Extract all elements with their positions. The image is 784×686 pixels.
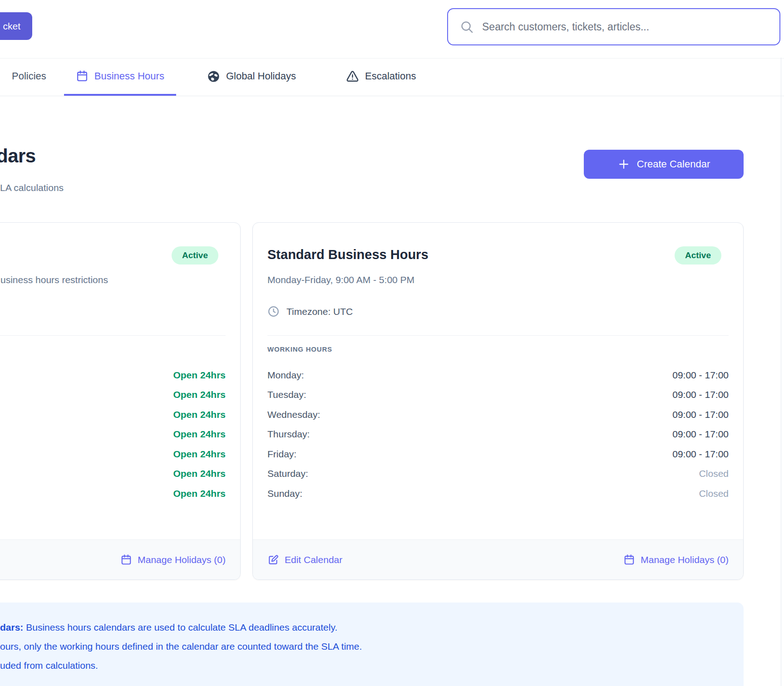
working-hours-row: Open 24hrs bbox=[0, 405, 226, 425]
working-hours-row: Open 24hrs bbox=[0, 464, 226, 484]
global-search[interactable] bbox=[447, 8, 780, 45]
manage-holidays-label: Manage Holidays (0) bbox=[138, 554, 226, 565]
info-line-2: ours, only the working hours defined in … bbox=[0, 637, 729, 656]
card-divider bbox=[267, 335, 729, 336]
tab-policies[interactable]: Policies bbox=[0, 59, 58, 96]
card-divider bbox=[0, 335, 226, 336]
create-calendar-button[interactable]: Create Calendar bbox=[584, 150, 744, 179]
edit-calendar-label: Edit Calendar bbox=[285, 554, 342, 565]
tab-policies-label: Policies bbox=[12, 70, 46, 82]
card-footer: Manage Holidays (0) bbox=[0, 539, 240, 579]
card-footer: Edit Calendar Manage Holidays (0) bbox=[253, 539, 743, 579]
edit-icon bbox=[267, 554, 279, 566]
tab-escalations-label: Escalations bbox=[365, 70, 416, 82]
working-hours-heading: WORKING HOURS bbox=[267, 345, 332, 353]
sla-settings-page: cket Policies Bu bbox=[0, 0, 784, 686]
manage-holidays-link[interactable]: Manage Holidays (0) bbox=[120, 554, 226, 566]
working-hours-row: Sunday: Closed bbox=[267, 484, 729, 504]
calendar-name: Standard Business Hours bbox=[267, 247, 429, 262]
alert-triangle-icon bbox=[346, 70, 359, 83]
calendar-description: Monday-Friday, 9:00 AM - 5:00 PM bbox=[267, 274, 414, 285]
tab-business-hours-label: Business Hours bbox=[94, 70, 164, 82]
working-hours-row: Saturday: Closed bbox=[267, 464, 729, 484]
manage-holidays-link[interactable]: Manage Holidays (0) bbox=[623, 554, 729, 566]
new-ticket-button[interactable]: cket bbox=[0, 12, 32, 40]
working-hours-row: Open 24hrs bbox=[0, 385, 226, 405]
timezone-row: Timezone: UTC bbox=[267, 305, 353, 318]
info-line-1: dars: Business hours calendars are used … bbox=[0, 618, 729, 637]
top-bar: cket bbox=[0, 0, 784, 58]
timezone-label: Timezone: UTC bbox=[286, 306, 353, 317]
calendar-icon bbox=[76, 70, 89, 83]
tab-global-holidays-label: Global Holidays bbox=[226, 70, 296, 82]
clock-icon bbox=[267, 305, 280, 318]
working-hours-row: Monday: 09:00 - 17:00 bbox=[267, 365, 729, 385]
search-icon bbox=[460, 20, 474, 34]
globe-icon bbox=[207, 70, 220, 83]
working-hours-list: Monday: 09:00 - 17:00 Tuesday: 09:00 - 1… bbox=[267, 365, 729, 504]
working-hours-row: Open 24hrs bbox=[0, 484, 226, 504]
edit-calendar-link[interactable]: Edit Calendar bbox=[267, 554, 342, 566]
calendar-icon bbox=[623, 554, 635, 566]
calendar-card-standard: Standard Business Hours Active Monday-Fr… bbox=[252, 222, 744, 580]
plus-icon bbox=[617, 158, 630, 171]
calendar-description: usiness hours restrictions bbox=[0, 274, 108, 285]
working-hours-row: Thursday: 09:00 - 17:00 bbox=[267, 425, 729, 445]
info-callout: dars: Business hours calendars are used … bbox=[0, 603, 744, 686]
working-hours-row: Tuesday: 09:00 - 17:00 bbox=[267, 385, 729, 405]
status-badge: Active bbox=[172, 246, 218, 265]
calendar-icon bbox=[120, 554, 132, 566]
working-hours-row: Open 24hrs bbox=[0, 365, 226, 385]
working-hours-list: Open 24hrs Open 24hrs Open 24hrs Open 24… bbox=[0, 365, 226, 504]
working-hours-row: Wednesday: 09:00 - 17:00 bbox=[267, 405, 729, 425]
working-hours-row: Open 24hrs bbox=[0, 444, 226, 464]
page-title: dars bbox=[0, 145, 36, 167]
tab-global-holidays[interactable]: Global Holidays bbox=[195, 59, 308, 96]
working-hours-row: Friday: 09:00 - 17:00 bbox=[267, 444, 729, 464]
manage-holidays-label: Manage Holidays (0) bbox=[641, 554, 729, 565]
page-subtitle: LA calculations bbox=[0, 182, 64, 193]
tab-escalations[interactable]: Escalations bbox=[334, 59, 428, 96]
working-hours-row: Open 24hrs bbox=[0, 425, 226, 445]
settings-tabbar: Policies Business Hours bbox=[0, 58, 784, 96]
scrollbar-track-divider bbox=[781, 58, 781, 686]
calendar-card-247: Active usiness hours restrictions Open 2… bbox=[0, 222, 241, 580]
tab-business-hours[interactable]: Business Hours bbox=[64, 59, 176, 96]
create-calendar-label: Create Calendar bbox=[637, 158, 710, 170]
search-input[interactable] bbox=[482, 21, 768, 33]
status-badge: Active bbox=[675, 246, 721, 265]
info-line-3: uded from calculations. bbox=[0, 656, 729, 675]
